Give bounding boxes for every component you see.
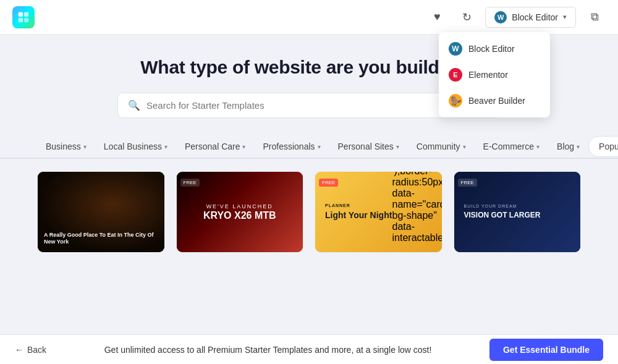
wp-logo-icon: W	[449, 42, 462, 56]
card-tag: FREE	[458, 179, 477, 187]
chevron-down-icon: ▾	[164, 143, 167, 150]
chevron-down-icon: ▾	[83, 143, 87, 150]
dropdown-item-elementor[interactable]: E Elementor	[439, 62, 550, 88]
svg-rect-2	[19, 17, 23, 22]
card-title: Light Your Night	[325, 210, 392, 221]
tab-personal-sites[interactable]: Personal Sites ▾	[329, 135, 408, 159]
svg-rect-3	[24, 17, 28, 22]
dropdown-elementor-label: Elementor	[468, 70, 508, 80]
sort-label: Popular	[599, 142, 618, 151]
chevron-down-icon: ▾	[318, 143, 321, 150]
elementor-logo-icon: E	[449, 68, 462, 82]
card-subtitle: Build Your Dream	[464, 204, 541, 208]
chevron-down-icon: ▾	[577, 143, 580, 150]
wishlist-button[interactable]: ♥	[426, 6, 448, 28]
template-thumbnail-kryo: FREE WE'VE LAUNCHED KRYO X26 MTB	[177, 172, 303, 252]
editor-selector-button[interactable]: W Block Editor ▾	[485, 7, 576, 28]
tab-professionals-label: Professionals	[263, 142, 315, 151]
tab-e-commerce-label: E-Commerce	[483, 142, 534, 151]
tab-personal-care-label: Personal Care	[185, 142, 240, 151]
card-title: KRYO X26 MTB	[203, 211, 276, 221]
card-title: VISION GOT LARGER	[464, 211, 541, 219]
tab-community[interactable]: Community ▾	[408, 135, 475, 159]
promo-text: Get unlimited access to all Premium Star…	[104, 345, 432, 355]
template-thumbnail-vision: FREE Build Your Dream VISION GOT LARGER	[454, 172, 581, 252]
get-bundle-button[interactable]: Get Essential Bundle	[489, 339, 603, 361]
tab-community-label: Community	[417, 142, 460, 151]
tab-local-business-label: Local Business	[104, 142, 162, 151]
chevron-down-icon: ▾	[463, 143, 466, 150]
card-tag: FREE	[180, 179, 200, 187]
back-button[interactable]: ← Back	[15, 345, 46, 355]
dropdown-beaver-builder-label: Beaver Builder	[468, 96, 525, 106]
template-thumbnail-light-night: FREE Planner Light Your Night ');border-…	[315, 172, 442, 252]
get-bundle-label: Get Essential Bundle	[503, 345, 590, 355]
external-link-icon: ⧉	[591, 11, 599, 23]
dropdown-block-editor-label: Block Editor	[468, 44, 515, 54]
back-label: Back	[27, 345, 46, 355]
logo	[12, 6, 35, 28]
templates-grid: FREE A Really Good Place To Eat In The C…	[0, 159, 618, 265]
template-card-restaurant[interactable]: FREE A Really Good Place To Eat In The C…	[37, 171, 165, 253]
tab-professionals[interactable]: Professionals ▾	[254, 135, 329, 159]
tab-blog-label: Blog	[557, 142, 574, 151]
card-badges: FREE	[180, 176, 200, 187]
template-card-light-night[interactable]: FREE Planner Light Your Night ');border-…	[315, 171, 442, 253]
svg-rect-0	[19, 12, 23, 16]
template-thumbnail-restaurant: FREE A Really Good Place To Eat In The C…	[38, 172, 164, 252]
chevron-down-icon: ▾	[396, 143, 399, 150]
bottom-banner: ← Back Get unlimited access to all Premi…	[0, 334, 618, 364]
category-tabs: Business ▾ Local Business ▾ Personal Car…	[0, 135, 618, 159]
chevron-down-icon: ▾	[242, 143, 245, 150]
refresh-icon: ↻	[462, 11, 472, 24]
dropdown-item-block-editor[interactable]: W Block Editor	[439, 36, 550, 62]
card-badges: FREE	[319, 176, 338, 187]
external-link-button[interactable]: ⧉	[583, 6, 606, 28]
editor-dropdown-menu: W Block Editor E Elementor 🦫 Beaver Buil…	[439, 32, 550, 117]
refresh-button[interactable]: ↻	[455, 6, 478, 28]
chevron-down-icon: ▾	[563, 13, 567, 21]
header: ♥ ↻ W Block Editor ▾ ⧉	[0, 0, 618, 35]
dropdown-item-beaver-builder[interactable]: 🦫 Beaver Builder	[439, 88, 550, 114]
sort-button[interactable]: Popular ▾	[588, 136, 618, 157]
chevron-down-icon: ▾	[536, 143, 540, 150]
editor-label: Block Editor	[512, 12, 558, 22]
template-card-vision[interactable]: FREE Build Your Dream VISION GOT LARGER	[454, 171, 582, 253]
tab-e-commerce[interactable]: E-Commerce ▾	[475, 135, 548, 159]
template-card-kryo[interactable]: FREE WE'VE LAUNCHED KRYO X26 MTB	[176, 171, 304, 253]
heart-icon: ♥	[434, 11, 441, 23]
tab-business[interactable]: Business ▾	[37, 135, 95, 159]
wp-icon: W	[494, 11, 507, 23]
tab-local-business[interactable]: Local Business ▾	[95, 135, 176, 159]
card-tag: FREE	[319, 179, 338, 187]
tab-business-label: Business	[46, 142, 81, 151]
back-arrow-icon: ←	[15, 345, 23, 355]
beaver-builder-logo-icon: 🦫	[449, 94, 462, 108]
card-badges: FREE	[458, 176, 477, 187]
svg-rect-1	[24, 12, 28, 16]
card-overlay-text: A Really Good Place To Eat In The City O…	[44, 232, 158, 246]
tab-personal-sites-label: Personal Sites	[338, 142, 394, 151]
card-subtitle: WE'VE LAUNCHED	[206, 203, 273, 210]
header-actions: ♥ ↻ W Block Editor ▾ ⧉	[426, 6, 606, 28]
tab-blog[interactable]: Blog ▾	[548, 135, 588, 159]
card-subtitle: Planner	[325, 203, 392, 208]
card-title: A Really Good Place To Eat In The City O…	[44, 232, 158, 246]
search-icon: 🔍	[128, 99, 140, 111]
tab-personal-care[interactable]: Personal Care ▾	[176, 135, 255, 159]
